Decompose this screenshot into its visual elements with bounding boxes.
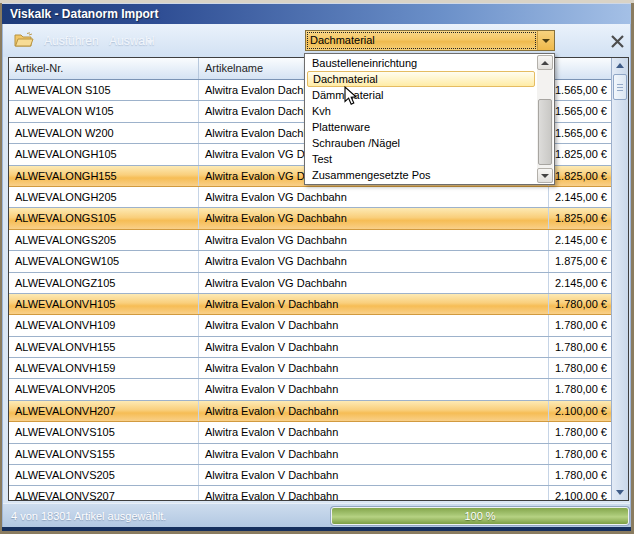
table-row[interactable]: ALWEVALONVS155Alwitra Evalon V Dachbahn1…	[9, 444, 611, 465]
article-number-cell: ALWEVALONGW105	[9, 251, 199, 271]
selection-status-text: 4 von 18301 Artikel ausgewählt.	[11, 504, 166, 528]
article-name-cell: Alwitra Evalon V Dachbahn	[199, 465, 549, 485]
scrollbar-thumb[interactable]	[538, 99, 552, 165]
table-row[interactable]: ALWEVALONVH105Alwitra Evalon V Dachbahn1…	[9, 294, 611, 315]
table-row[interactable]: ALWEVALONVS205Alwitra Evalon V Dachbahn1…	[9, 465, 611, 486]
dropdown-item[interactable]: Baustelleneinrichtung	[306, 55, 536, 71]
dropdown-item[interactable]: Plattenware	[306, 119, 536, 135]
chevron-down-icon	[146, 40, 154, 44]
price-cell: 1.780,00 €	[549, 422, 611, 442]
article-name-cell: Alwitra Evalon VG Dachbahn	[199, 230, 549, 250]
dropdown-scrollbar[interactable]	[537, 55, 553, 183]
article-number-cell: ALWEVALONGZ105	[9, 273, 199, 293]
open-folder-icon[interactable]	[14, 32, 34, 48]
table-row[interactable]: ALWEVALONGH205Alwitra Evalon VG Dachbahn…	[9, 187, 611, 208]
table-row[interactable]: ALWEVALONVS207Alwitra Evalon V Dachbahn2…	[9, 486, 611, 500]
price-cell: 1.825,00 €	[549, 208, 611, 228]
price-cell: 1.780,00 €	[549, 465, 611, 485]
dropdown-items: BaustelleneinrichtungDachmaterialDämmmat…	[306, 55, 536, 183]
price-cell: 1.875,00 €	[549, 251, 611, 271]
client-area: Ausführen Auswahl Dachmaterial Baustelle…	[2, 24, 631, 527]
price-cell: 1.825,00 €	[549, 144, 611, 164]
article-number-cell: ALWEVALONGH155	[9, 166, 199, 186]
combobox-value[interactable]: Dachmaterial	[306, 31, 537, 50]
dropdown-item[interactable]: Dachmaterial	[307, 71, 535, 87]
price-cell: 1.825,00 €	[549, 166, 611, 186]
article-number-cell: ALWEVALONVS205	[9, 465, 199, 485]
mouse-cursor-icon	[344, 86, 358, 106]
column-header-artikel-nr[interactable]: Artikel-Nr.	[9, 58, 199, 79]
price-cell: 1.780,00 €	[549, 337, 611, 357]
price-cell: 1.780,00 €	[549, 444, 611, 464]
app-window: Viskalk - Datanorm Import Ausführen Ausw…	[2, 3, 631, 531]
price-cell: 2.145,00 €	[549, 273, 611, 293]
arrow-down-icon[interactable]	[616, 490, 624, 495]
arrow-up-icon[interactable]	[616, 63, 624, 68]
article-name-cell: Alwitra Evalon VG Dachbahn	[199, 208, 549, 228]
article-number-cell: ALWEVALONGS205	[9, 230, 199, 250]
price-cell: 1.565,00 €	[549, 80, 611, 100]
article-name-cell: Alwitra Evalon V Dachbahn	[199, 379, 549, 399]
article-number-cell: ALWEVALONVH155	[9, 337, 199, 357]
article-number-cell: ALWEVALONVS155	[9, 444, 199, 464]
table-row[interactable]: ALWEVALONGZ105Alwitra Evalon VG Dachbahn…	[9, 273, 611, 294]
article-number-cell: ALWEVALONVH205	[9, 379, 199, 399]
article-number-cell: ALWEVALON S105	[9, 80, 199, 100]
article-name-cell: Alwitra Evalon V Dachbahn	[199, 401, 549, 421]
titlebar[interactable]: Viskalk - Datanorm Import	[2, 3, 631, 24]
article-name-cell: Alwitra Evalon V Dachbahn	[199, 358, 549, 378]
table-row[interactable]: ALWEVALONGS205Alwitra Evalon VG Dachbahn…	[9, 230, 611, 251]
scroll-up-button[interactable]	[537, 55, 553, 70]
window-bottom-frame	[2, 527, 631, 531]
price-cell: 2.145,00 €	[549, 230, 611, 250]
article-name-cell: Alwitra Evalon V Dachbahn	[199, 337, 549, 357]
price-cell: 1.565,00 €	[549, 101, 611, 121]
progress-label: 100 %	[332, 508, 628, 524]
scroll-down-button[interactable]	[537, 168, 553, 183]
chevron-down-icon	[542, 39, 550, 43]
article-name-cell: Alwitra Evalon V Dachbahn	[199, 315, 549, 335]
dropdown-item[interactable]: Zusammengesetzte Pos	[306, 167, 536, 183]
price-cell: 2.145,00 €	[549, 187, 611, 207]
table-row[interactable]: ALWEVALONVH155Alwitra Evalon V Dachbahn1…	[9, 337, 611, 358]
table-row[interactable]: ALWEVALONVH205Alwitra Evalon V Dachbahn1…	[9, 379, 611, 400]
article-name-cell: Alwitra Evalon V Dachbahn	[199, 294, 549, 314]
arrow-up-icon	[541, 61, 549, 65]
article-number-cell: ALWEVALONVH105	[9, 294, 199, 314]
scrollbar-thumb[interactable]	[613, 74, 627, 100]
combobox-dropdown-button[interactable]	[537, 31, 554, 50]
article-number-cell: ALWEVALONVS207	[9, 486, 199, 500]
article-name-cell: Alwitra Evalon V Dachbahn	[199, 486, 549, 500]
close-x-icon	[610, 34, 625, 49]
article-number-cell: ALWEVALON W105	[9, 101, 199, 121]
category-combobox[interactable]: Dachmaterial	[305, 30, 555, 51]
article-name-cell: Alwitra Evalon VG Dachbahn	[199, 273, 549, 293]
article-name-cell: Alwitra Evalon V Dachbahn	[199, 422, 549, 442]
price-cell: 1.780,00 €	[549, 294, 611, 314]
app-screen: Viskalk - Datanorm Import Ausführen Ausw…	[0, 0, 634, 534]
dropdown-item[interactable]: Test	[306, 151, 536, 167]
article-name-cell: Alwitra Evalon VG Dachbahn	[199, 251, 549, 271]
table-row[interactable]: ALWEVALONVS105Alwitra Evalon V Dachbahn1…	[9, 422, 611, 443]
status-bar: 4 von 18301 Artikel ausgewählt. 100 %	[3, 503, 630, 527]
table-row[interactable]: ALWEVALONVH159Alwitra Evalon V Dachbahn1…	[9, 358, 611, 379]
table-row[interactable]: ALWEVALONVH207Alwitra Evalon V Dachbahn2…	[9, 401, 611, 422]
price-cell: 1.780,00 €	[549, 379, 611, 399]
article-number-cell: ALWEVALONGH105	[9, 144, 199, 164]
column-header-price[interactable]	[549, 58, 611, 79]
table-row[interactable]: ALWEVALONVH109Alwitra Evalon V Dachbahn1…	[9, 315, 611, 336]
price-cell: 1.565,00 €	[549, 123, 611, 143]
dropdown-item[interactable]: Dämmmaterial	[306, 87, 536, 103]
article-name-cell: Alwitra Evalon VG Dachbahn	[199, 187, 549, 207]
table-row[interactable]: ALWEVALONGW105Alwitra Evalon VG Dachbahn…	[9, 251, 611, 272]
dropdown-item[interactable]: Schrauben /Nägel	[306, 135, 536, 151]
article-number-cell: ALWEVALONVH109	[9, 315, 199, 335]
table-scrollbar[interactable]	[611, 58, 628, 500]
table-row[interactable]: ALWEVALONGS105Alwitra Evalon VG Dachbahn…	[9, 208, 611, 229]
dropdown-item[interactable]: Kvh	[306, 103, 536, 119]
close-button[interactable]	[605, 29, 629, 53]
run-button[interactable]: Ausführen	[44, 24, 99, 57]
category-dropdown-list: BaustelleneinrichtungDachmaterialDämmmat…	[304, 53, 555, 185]
price-cell: 2.100,00 €	[549, 486, 611, 500]
price-cell: 1.780,00 €	[549, 358, 611, 378]
